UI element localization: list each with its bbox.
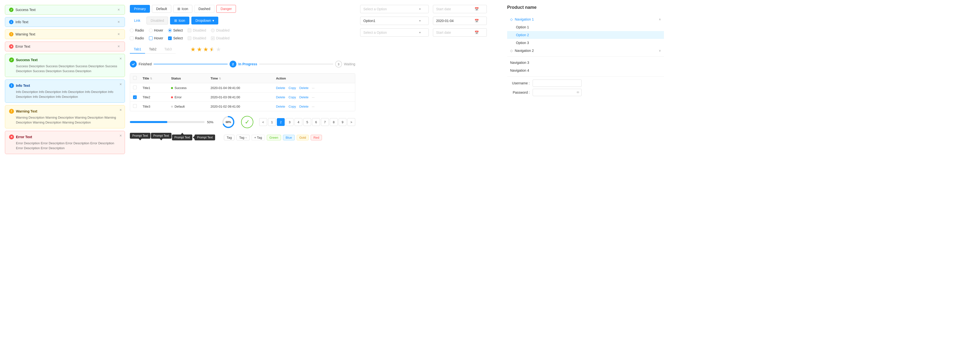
username-input[interactable]	[533, 79, 582, 87]
star-5-empty[interactable]: ★	[216, 46, 221, 53]
page-7[interactable]: 7	[321, 118, 329, 126]
star-2[interactable]: ★	[197, 46, 202, 53]
tag-close-btn[interactable]: ×	[245, 136, 247, 139]
row2-copy[interactable]: Copy	[289, 95, 296, 99]
close-success-full[interactable]: ×	[119, 57, 122, 61]
icon-blue-button[interactable]: ⊞ Icon	[170, 17, 189, 24]
alert-error-simple: ✕ Error Text ×	[5, 41, 125, 51]
dropdown-button[interactable]: Dropdown ▾	[191, 17, 218, 24]
steps-row: Finished 2 In Progress 3 Waiting	[130, 59, 355, 70]
radio-hover-1[interactable]: Hover	[149, 28, 163, 32]
row3-checkbox[interactable]	[133, 104, 137, 108]
close-warning-full[interactable]: ×	[119, 108, 122, 112]
password-eye-icon[interactable]: 👁	[576, 90, 580, 94]
nav-1-chevron-up: ∧	[659, 17, 661, 21]
select-2[interactable]: Option1 ▾	[360, 17, 429, 25]
row3-delete-1[interactable]: Delete	[276, 104, 285, 108]
close-success-simple[interactable]: ×	[117, 8, 121, 12]
link-button[interactable]: Link	[130, 17, 145, 24]
select-1-arrow: ▾	[419, 7, 421, 11]
title-sort-icon[interactable]: ⇅	[150, 77, 152, 80]
close-error-simple[interactable]: ×	[117, 44, 121, 49]
page-6[interactable]: 6	[312, 118, 320, 126]
step-circle-done	[130, 61, 137, 68]
password-wrap: 👁	[533, 89, 582, 96]
date-3[interactable]: Start date 📅	[433, 28, 487, 37]
star-1[interactable]: ★	[190, 46, 196, 53]
row2-checkbox[interactable]	[133, 95, 137, 99]
star-4-half[interactable]: ★★	[210, 46, 215, 53]
row3-more[interactable]: ···	[312, 104, 315, 108]
tooltip-box-1: Prompt Text	[130, 133, 150, 139]
page-5[interactable]: 5	[303, 118, 311, 126]
close-warning-simple[interactable]: ×	[117, 32, 121, 36]
row1-copy[interactable]: Copy	[289, 86, 296, 90]
selects-dates-grid: Select a Option ▾ Start date 📅 Option1 ▾…	[360, 5, 502, 37]
info-icon: i	[9, 20, 13, 24]
primary-button[interactable]: Primary	[130, 5, 150, 13]
tag-add-btn[interactable]: + Tag	[251, 135, 265, 140]
icon-button[interactable]: ⊞ Icon	[173, 5, 192, 13]
nav-item-4[interactable]: Navigation 4	[507, 66, 664, 74]
row2-delete-1[interactable]: Delete	[276, 95, 285, 99]
radio-unchecked-1[interactable]: Radio	[130, 28, 144, 32]
nav-item-3[interactable]: Navigation 3	[507, 59, 664, 66]
tag-gold: Gold	[297, 135, 309, 140]
row1-title: Title1	[140, 83, 168, 93]
select-3[interactable]: Select a Option ▾	[360, 28, 429, 37]
nav-item-1[interactable]: ◇ Navigation 1 ∧	[507, 16, 664, 23]
row1-delete-2[interactable]: Delete	[299, 86, 309, 90]
date-1[interactable]: Start date 📅	[433, 5, 487, 13]
row1-checkbox[interactable]	[133, 85, 137, 89]
time-sort-icon[interactable]: ⇅	[219, 77, 221, 80]
danger-button[interactable]: Danger	[216, 5, 236, 13]
row1-delete-1[interactable]: Delete	[276, 86, 285, 90]
row1-more[interactable]: ···	[312, 86, 315, 90]
step-label-inprogress: In Progress	[239, 62, 257, 66]
checkbox-sq-disabled-1	[188, 28, 191, 32]
radio-select-1[interactable]: Select	[168, 28, 183, 32]
checkbox-select-2[interactable]: Select	[168, 36, 183, 40]
close-error-full[interactable]: ×	[119, 133, 122, 138]
warning-icon: !	[9, 32, 13, 36]
page-9[interactable]: 9	[339, 118, 347, 126]
row3-copy[interactable]: Copy	[289, 104, 296, 108]
page-4[interactable]: 4	[294, 118, 302, 126]
stars-rating[interactable]: ★ ★ ★ ★★ ★	[190, 44, 221, 55]
alert-error-full: × ✕ Error Text Error Description Error D…	[5, 131, 125, 154]
info-simple-text: Info Text	[16, 20, 29, 24]
success-simple-text: Success Text	[16, 8, 35, 12]
default-button[interactable]: Default	[152, 5, 171, 13]
tag-with-close: Tag ×	[236, 135, 250, 140]
date-2[interactable]: 2020-01-04 📅	[433, 17, 487, 25]
tooltip-box-4: Prompt Text	[194, 134, 215, 140]
tooltip-1: Prompt Text	[130, 133, 150, 140]
row2-more[interactable]: ···	[312, 95, 315, 99]
checkbox-sq-2	[130, 36, 134, 40]
progress-check: ✓	[241, 116, 253, 128]
star-3[interactable]: ★	[203, 46, 208, 53]
page-next[interactable]: >	[347, 118, 355, 126]
close-info-full[interactable]: ×	[119, 82, 122, 87]
dashed-button[interactable]: Dashed	[194, 5, 215, 13]
page-1[interactable]: 1	[268, 118, 276, 126]
nav-sub-option2[interactable]: Option 2	[507, 31, 664, 39]
select-1[interactable]: Select a Option ▾	[360, 5, 429, 13]
page-2[interactable]: 2	[277, 118, 285, 126]
page-prev[interactable]: <	[259, 118, 267, 126]
nav-item-2[interactable]: ◇ Navigation 2 ∨	[507, 47, 664, 55]
password-input[interactable]	[533, 89, 582, 96]
row3-title: Title3	[140, 102, 168, 111]
checkbox-radio-2[interactable]: Radio	[130, 36, 144, 40]
nav-sub-option1[interactable]: Option 1	[507, 23, 664, 31]
checkbox-hover-2[interactable]: Hover	[149, 36, 163, 40]
nav-sub-option3[interactable]: Option 3	[507, 39, 664, 47]
page-8[interactable]: 8	[330, 118, 337, 126]
row3-delete-2[interactable]: Delete	[299, 104, 309, 108]
close-info-simple[interactable]: ×	[117, 20, 121, 24]
page-3[interactable]: 3	[286, 118, 294, 126]
row2-delete-2[interactable]: Delete	[299, 95, 309, 99]
tab-tab1[interactable]: Tab1	[130, 45, 145, 54]
table-select-all[interactable]	[133, 76, 137, 80]
tab-tab2[interactable]: Tab2	[145, 45, 160, 54]
